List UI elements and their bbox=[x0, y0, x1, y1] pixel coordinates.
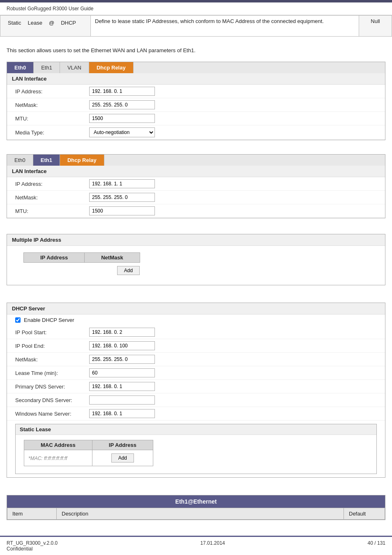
eth1-col-default: Default bbox=[344, 508, 385, 520]
tab-dhcp-relay-b[interactable]: Dhcp Relay bbox=[60, 155, 104, 166]
multiple-ip-add-button[interactable]: Add bbox=[117, 266, 140, 275]
label-at: @ bbox=[46, 18, 58, 28]
windows-name-server-row: Windows Name Server: bbox=[7, 407, 385, 421]
eth0-mtu-row: MTU: bbox=[7, 112, 385, 125]
dhcp-server-section: DHCP Server Enable DHCP Server IP Pool S… bbox=[7, 303, 385, 478]
secondary-dns-input[interactable] bbox=[89, 395, 155, 405]
multiple-ip-section: Multiple IP Address IP Address NetMask A… bbox=[7, 234, 385, 285]
eth0-ip-address-row: IP Address: bbox=[7, 85, 385, 98]
info-description-cell: Define to lease static IP Addresses, whi… bbox=[91, 16, 359, 37]
static-lease-row: *MAC: ff:ff:ff:ff:ff:ff Add bbox=[24, 450, 153, 466]
static-lease-header: Static Lease bbox=[16, 424, 376, 435]
ip-table-col-ip: IP Address bbox=[24, 253, 85, 263]
tab-eth0[interactable]: Eth0 bbox=[7, 62, 34, 73]
static-lease-section: Static Lease MAC Address IP Address *MAC… bbox=[15, 424, 377, 474]
static-lease-mac-cell: *MAC: ff:ff:ff:ff:ff:ff bbox=[24, 450, 92, 466]
info-default-cell: Null bbox=[359, 16, 392, 37]
info-description: Define to lease static IP Addresses, whi… bbox=[95, 18, 324, 24]
eth1-panel-content: LAN Interface IP Address: NetMask: MTU: bbox=[7, 166, 385, 218]
enable-dhcp-label: Enable DHCP Server bbox=[24, 317, 74, 323]
ip-pool-end-label: IP Pool End: bbox=[15, 343, 89, 349]
eth1-panel: Eth0 Eth1 Dhcp Relay LAN Interface IP Ad… bbox=[7, 154, 385, 218]
eth0-tab-bar: Eth0 Eth1 VLAN Dhcp Relay bbox=[7, 62, 385, 73]
eth1-ethernet-section: Eth1@Ethernet Item Description Default bbox=[7, 495, 385, 520]
dhcp-server-header: DHCP Server bbox=[7, 303, 385, 314]
eth1-netmask-label: NetMask: bbox=[15, 194, 89, 201]
ip-pool-start-label: IP Pool Start: bbox=[15, 329, 89, 335]
eth0-panel-content: LAN Interface IP Address: NetMask: MTU: … bbox=[7, 73, 385, 140]
eth0-ip-label: IP Address: bbox=[15, 88, 89, 95]
footer-date: 17.01.2014 bbox=[200, 540, 225, 552]
footer-doc-id: RT_UG_R3000_v.2.0.0 bbox=[7, 540, 58, 546]
eth0-panel: Eth0 Eth1 VLAN Dhcp Relay LAN Interface … bbox=[7, 62, 385, 140]
info-default-value: Null bbox=[371, 18, 380, 24]
eth1-ip-label: IP Address: bbox=[15, 181, 89, 187]
footer-left: RT_UG_R3000_v.2.0.0 Confidential bbox=[7, 540, 58, 552]
eth1-netmask-input[interactable] bbox=[89, 193, 155, 202]
multiple-ip-header: Multiple IP Address bbox=[7, 234, 385, 246]
lease-time-row: Lease Time (min): bbox=[7, 366, 385, 380]
eth0-mtu-label: MTU: bbox=[15, 116, 89, 122]
section-intro-text: This section allows users to set the Eth… bbox=[0, 43, 392, 58]
primary-dns-input[interactable] bbox=[89, 382, 155, 391]
eth1-table-col-headers: Item Description Default bbox=[7, 508, 385, 520]
tab-vlan[interactable]: VLAN bbox=[60, 62, 89, 73]
footer-page: 40 / 131 bbox=[368, 540, 385, 552]
ip-table-col-netmask: NetMask bbox=[85, 253, 140, 263]
ip-pool-end-input[interactable] bbox=[89, 341, 155, 350]
footer: RT_UG_R3000_v.2.0.0 Confidential 17.01.2… bbox=[0, 536, 392, 555]
tab-eth1-a[interactable]: Eth1 bbox=[34, 62, 60, 73]
static-lease-mac-col: MAC Address bbox=[24, 440, 92, 450]
label-static: Static bbox=[5, 18, 25, 28]
tab-eth1-b[interactable]: Eth1 bbox=[33, 155, 60, 166]
static-lease-add-button[interactable]: Add bbox=[111, 453, 134, 462]
eth0-media-type-row: Media Type: Auto-negotiation bbox=[7, 125, 385, 140]
eth1-col-item: Item bbox=[7, 508, 57, 520]
mac-placeholder: *MAC: ff:ff:ff:ff:ff:ff bbox=[28, 456, 67, 461]
eth1-netmask-row: NetMask: bbox=[7, 191, 385, 204]
eth0-mtu-input[interactable] bbox=[89, 114, 155, 123]
eth0-netmask-row: NetMask: bbox=[7, 98, 385, 112]
eth0-netmask-input[interactable] bbox=[89, 100, 155, 109]
primary-dns-row: Primary DNS Server: bbox=[7, 380, 385, 393]
enable-dhcp-checkbox[interactable] bbox=[15, 317, 21, 323]
eth0-lan-header: LAN Interface bbox=[7, 73, 385, 85]
windows-name-label: Windows Name Server: bbox=[15, 411, 89, 417]
windows-name-input[interactable] bbox=[89, 409, 155, 418]
eth0-media-label: Media Type: bbox=[15, 130, 89, 136]
eth1-ip-address-row: IP Address: bbox=[7, 177, 385, 191]
tab-eth0-b[interactable]: Eth0 bbox=[7, 155, 33, 166]
ip-pool-start-input[interactable] bbox=[89, 328, 155, 337]
primary-dns-label: Primary DNS Server: bbox=[15, 384, 89, 390]
eth0-ip-input[interactable] bbox=[89, 87, 155, 96]
eth1-mtu-input[interactable] bbox=[89, 206, 155, 215]
lease-time-label: Lease Time (min): bbox=[15, 370, 89, 376]
eth1-tab-bar: Eth0 Eth1 Dhcp Relay bbox=[7, 155, 385, 166]
static-lease-ip-cell: Add bbox=[92, 450, 153, 466]
dhcp-netmask-input[interactable] bbox=[89, 355, 155, 364]
eth1-ethernet-title: Eth1@Ethernet bbox=[7, 495, 385, 508]
secondary-dns-row: Secondary DNS Server: bbox=[7, 393, 385, 407]
eth1-mtu-label: MTU: bbox=[15, 208, 89, 214]
eth1-mtu-row: MTU: bbox=[7, 204, 385, 218]
static-lease-ip-col: IP Address bbox=[92, 440, 153, 450]
eth1-ethernet-table: Item Description Default bbox=[7, 508, 385, 520]
dhcp-netmask-label: NetMask: bbox=[15, 356, 89, 363]
lease-time-input[interactable] bbox=[89, 368, 155, 377]
label-dhcp: DHCP bbox=[58, 18, 79, 28]
info-table: Static Lease @ DHCP Define to lease stat… bbox=[0, 15, 392, 37]
static-lease-table: MAC Address IP Address *MAC: ff:ff:ff:ff… bbox=[24, 440, 153, 466]
eth0-media-select[interactable]: Auto-negotiation bbox=[89, 127, 155, 137]
eth1-lan-header: LAN Interface bbox=[7, 166, 385, 177]
secondary-dns-label: Secondary DNS Server: bbox=[15, 397, 89, 403]
footer-confidential: Confidential bbox=[7, 546, 58, 552]
eth1-col-description: Description bbox=[57, 508, 344, 520]
tab-dhcp-relay-a[interactable]: Dhcp Relay bbox=[89, 62, 134, 73]
eth1-ip-input[interactable] bbox=[89, 179, 155, 188]
document-title: Robustel GoRugged R3000 User Guide bbox=[0, 2, 392, 15]
ip-pool-end-row: IP Pool End: bbox=[7, 339, 385, 353]
ip-pool-start-row: IP Pool Start: bbox=[7, 326, 385, 339]
info-labels-cell: Static Lease @ DHCP bbox=[0, 16, 91, 37]
eth0-netmask-label: NetMask: bbox=[15, 102, 89, 108]
label-lease: Lease bbox=[25, 18, 46, 28]
